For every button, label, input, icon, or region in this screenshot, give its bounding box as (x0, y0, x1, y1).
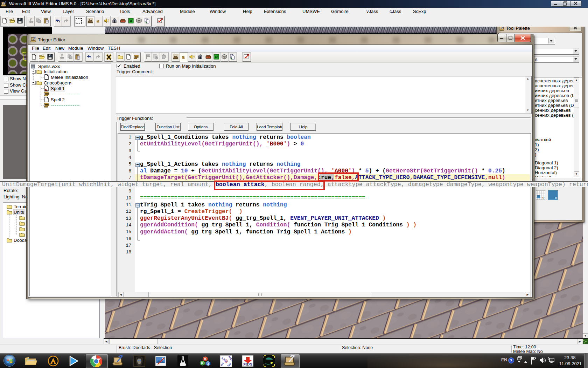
svg-text:Q: Q (206, 362, 209, 366)
svg-text:a: a (97, 18, 99, 23)
svg-text:M: M (204, 357, 206, 361)
svg-text:MDX: MDX (243, 362, 252, 366)
svg-text:?: ? (510, 359, 512, 363)
svg-text:8: 8 (555, 196, 557, 200)
svg-text:P: P (201, 362, 203, 365)
svg-text:a: a (182, 54, 185, 60)
svg-text:5: 5 (542, 196, 544, 200)
